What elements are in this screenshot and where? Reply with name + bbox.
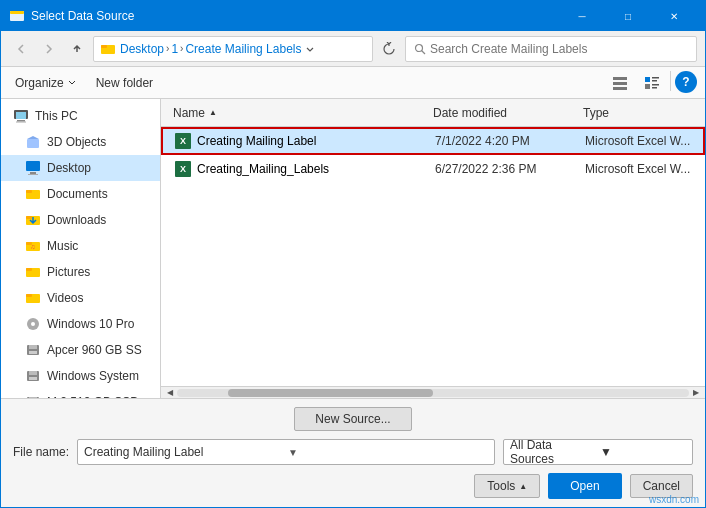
svg-rect-12: [645, 84, 650, 89]
view-list-button[interactable]: [606, 71, 634, 95]
svg-rect-21: [26, 161, 40, 171]
open-button[interactable]: Open: [548, 473, 621, 499]
file-cell-date-1: 7/1/2022 4:20 PM: [427, 134, 577, 148]
svg-rect-9: [645, 77, 650, 82]
sidebar-icon-music: ♫: [25, 238, 41, 254]
file-cell-type-2: Microsoft Excel W...: [577, 162, 699, 176]
file-type-dropdown-icon: ▼: [600, 445, 686, 459]
sidebar-item-music[interactable]: ♫ Music: [1, 233, 160, 259]
close-button[interactable]: ✕: [651, 1, 697, 31]
back-button[interactable]: [9, 37, 33, 61]
sidebar-icon-videos: [25, 290, 41, 306]
bottom-panel: New Source... File name: Creating Mailin…: [1, 398, 705, 507]
file-row-1[interactable]: X Creating Mailing Label 7/1/2022 4:20 P…: [161, 127, 705, 155]
sidebar-item-videos[interactable]: Videos: [1, 285, 160, 311]
tools-button[interactable]: Tools ▲: [474, 474, 540, 498]
sidebar-item-apcer[interactable]: Apcer 960 GB SS: [1, 337, 160, 363]
new-source-row: New Source...: [13, 407, 693, 431]
file-cell-date-2: 6/27/2022 2:36 PM: [427, 162, 577, 176]
svg-rect-13: [652, 84, 659, 86]
sidebar-label-pictures: Pictures: [47, 265, 90, 279]
new-folder-button[interactable]: New folder: [90, 71, 159, 95]
breadcrumb-desktop: Desktop › 1 › Create Mailing Labels: [120, 42, 301, 56]
sidebar-item-pictures[interactable]: Pictures: [1, 259, 160, 285]
file-type-value: All Data Sources: [510, 438, 596, 466]
search-input[interactable]: [430, 42, 688, 56]
toolbar-separator: [670, 71, 671, 91]
scrollbar-track[interactable]: [177, 389, 689, 397]
sidebar-icon-3d-objects: [25, 134, 41, 150]
main-content: This PC 3D Objects Desktop Documents Dow…: [1, 99, 705, 398]
maximize-button[interactable]: □: [605, 1, 651, 31]
file-name-value: Creating Mailing Label: [84, 445, 284, 459]
sidebar-icon-apcer: [25, 342, 41, 358]
sidebar-label-desktop: Desktop: [47, 161, 91, 175]
svg-rect-11: [652, 80, 657, 82]
sidebar-item-documents[interactable]: Documents: [1, 181, 160, 207]
sidebar-item-3d-objects[interactable]: 3D Objects: [1, 129, 160, 155]
sidebar-label-windows-system: Windows System: [47, 369, 139, 383]
svg-rect-38: [29, 345, 37, 349]
svg-marker-20: [27, 136, 39, 139]
svg-rect-41: [29, 371, 37, 375]
sidebar-item-windows10[interactable]: Windows 10 Pro: [1, 311, 160, 337]
sidebar-label-downloads: Downloads: [47, 213, 106, 227]
col-header-type[interactable]: Type: [575, 99, 701, 126]
svg-rect-10: [652, 77, 659, 79]
new-source-button[interactable]: New Source...: [294, 407, 411, 431]
organize-arrow-icon: [68, 79, 76, 87]
refresh-button[interactable]: [377, 37, 401, 61]
scroll-right-arrow[interactable]: ▶: [689, 387, 703, 399]
help-button[interactable]: ?: [675, 71, 697, 93]
window-title: Select Data Source: [31, 9, 559, 23]
address-bar: Desktop › 1 › Create Mailing Labels: [1, 31, 705, 67]
col-header-date[interactable]: Date modified: [425, 99, 575, 126]
file-type-combo[interactable]: All Data Sources ▼: [503, 439, 693, 465]
sidebar-icon-windows10: [25, 316, 41, 332]
action-row: Tools ▲ Open Cancel: [13, 473, 693, 499]
svg-rect-16: [16, 112, 26, 119]
toolbar-right: ?: [606, 71, 697, 95]
sidebar-label-documents: Documents: [47, 187, 108, 201]
sidebar-item-m2-ssd[interactable]: M.2 512 GB SSD: [1, 389, 160, 398]
sidebar-icon-downloads: [25, 212, 41, 228]
breadcrumb-dropdown-icon: [305, 44, 315, 54]
file-cell-type-1: Microsoft Excel W...: [577, 134, 699, 148]
scrollbar-thumb[interactable]: [228, 389, 433, 397]
sidebar-label-music: Music: [47, 239, 78, 253]
file-name-combo[interactable]: Creating Mailing Label ▼: [77, 439, 495, 465]
sidebar-icon-this-pc: [13, 108, 29, 124]
sidebar-label-windows10: Windows 10 Pro: [47, 317, 134, 331]
svg-rect-8: [613, 87, 627, 90]
search-box[interactable]: [405, 36, 697, 62]
sidebar-label-this-pc: This PC: [35, 109, 78, 123]
select-data-source-dialog: Select Data Source ─ □ ✕ Desktop › 1: [0, 0, 706, 508]
organize-button[interactable]: Organize: [9, 71, 82, 95]
sidebar-item-this-pc[interactable]: This PC: [1, 103, 160, 129]
view-details-button[interactable]: [638, 71, 666, 95]
forward-button[interactable]: [37, 37, 61, 61]
svg-rect-6: [613, 77, 627, 80]
title-bar: Select Data Source ─ □ ✕: [1, 1, 705, 31]
svg-rect-42: [29, 377, 37, 380]
minimize-button[interactable]: ─: [559, 1, 605, 31]
svg-line-5: [422, 50, 426, 54]
file-name-label: File name:: [13, 445, 69, 459]
scroll-left-arrow[interactable]: ◀: [163, 387, 177, 399]
col-header-name[interactable]: Name ▲: [165, 99, 425, 126]
sidebar-item-windows-system[interactable]: Windows System: [1, 363, 160, 389]
sidebar-item-downloads[interactable]: Downloads: [1, 207, 160, 233]
sidebar-item-desktop[interactable]: Desktop: [1, 155, 160, 181]
svg-rect-27: [26, 216, 32, 219]
file-row-2[interactable]: X Creating_Mailing_Labels 6/27/2022 2:36…: [161, 155, 705, 183]
file-cell-name-2: X Creating_Mailing_Labels: [167, 161, 427, 177]
window-icon: [9, 8, 25, 24]
sidebar-icon-windows-system: [25, 368, 41, 384]
svg-rect-34: [26, 294, 32, 297]
breadcrumb[interactable]: Desktop › 1 › Create Mailing Labels: [93, 36, 373, 62]
svg-rect-32: [26, 268, 32, 271]
svg-point-4: [416, 44, 423, 51]
up-button[interactable]: [65, 37, 89, 61]
window-controls: ─ □ ✕: [559, 1, 697, 31]
horizontal-scrollbar[interactable]: ◀ ▶: [161, 386, 705, 398]
